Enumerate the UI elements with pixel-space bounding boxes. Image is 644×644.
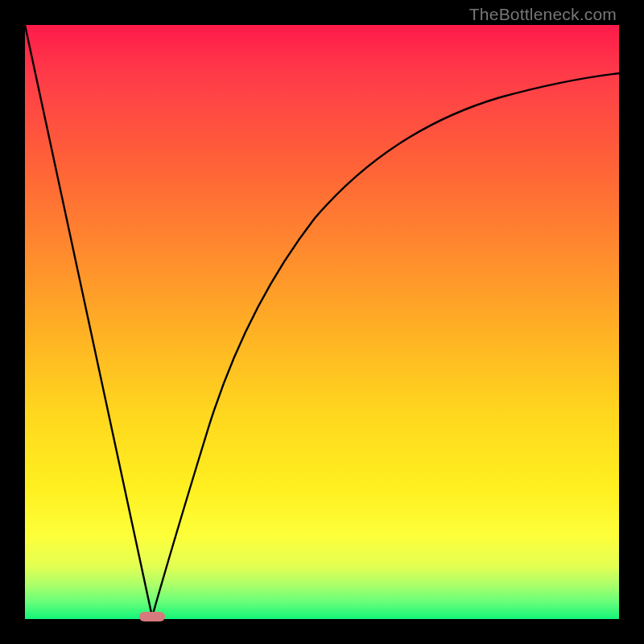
- plot-area: [25, 25, 619, 619]
- curve-right-segment: [152, 73, 619, 617]
- curve-left-segment: [25, 25, 152, 617]
- minimum-marker: [139, 612, 165, 621]
- bottleneck-curve: [25, 25, 619, 619]
- watermark-text: TheBottleneck.com: [469, 5, 617, 24]
- chart-frame: TheBottleneck.com: [0, 0, 644, 644]
